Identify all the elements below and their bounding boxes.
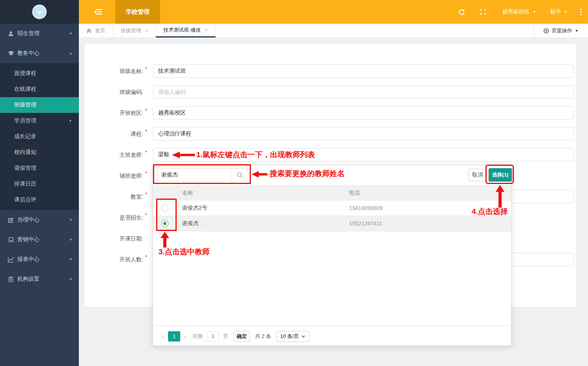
sidebar-item-label: 机构设置	[17, 276, 69, 283]
table-row-teacher-2[interactable]: 谢俊杰 15521397411	[153, 216, 511, 231]
tab-tech-test-class-edit[interactable]: 技术测试班-修改 ×	[156, 24, 216, 38]
prev-page-button[interactable]: ‹	[162, 333, 164, 340]
form-row-class-code: 班级编码:	[85, 85, 576, 99]
required-asterisk: *	[145, 212, 147, 218]
sidebar-item-academic-center[interactable]: 教务中心 ▲	[0, 43, 79, 63]
sidebar-item-organization-settings[interactable]: 机构设置 ▼	[0, 269, 79, 289]
sidebar-item-student-management[interactable]: 学员管理▼	[0, 113, 79, 129]
field-label: 班级名称:	[85, 64, 143, 78]
sidebar-item-report-center[interactable]: 报表中心 ▼	[0, 250, 79, 269]
next-page-button[interactable]: ›	[184, 333, 187, 340]
course-input[interactable]	[153, 127, 573, 141]
field-label: 开班校区:	[85, 106, 143, 120]
chevron-down-icon: ▼	[69, 257, 73, 261]
user-name: 杨平	[550, 8, 561, 15]
sidebar-item-leave-management[interactable]: 请假管理	[0, 160, 79, 176]
field-label: 主班老师:	[85, 148, 143, 161]
fullscreen-icon[interactable]	[480, 9, 486, 15]
table-row-teacher-1[interactable]: 谢俊杰2号 13414090609	[153, 201, 511, 216]
sidebar-item-schedule-calendar[interactable]: 排课日历	[0, 176, 79, 192]
chevron-down-icon: ▼	[69, 32, 73, 36]
column-header-phone: 电话	[343, 190, 511, 197]
sidebar-item-class-management[interactable]: 班级管理	[0, 97, 79, 113]
logo-icon	[32, 4, 47, 20]
user-menu[interactable]: 杨平 ▼	[550, 8, 567, 15]
page-size-value: 10 条/页	[280, 333, 299, 340]
sidebar-item-face-courses[interactable]: 面授课程	[0, 66, 79, 81]
chevron-down-icon: ▼	[564, 10, 567, 14]
goto-page-input[interactable]	[206, 331, 219, 342]
target-icon	[543, 28, 549, 34]
teacher-phone: 15521397411	[343, 220, 511, 227]
cancel-button[interactable]: 取消	[469, 169, 487, 181]
field-label: 教室:	[85, 190, 143, 203]
search-button[interactable]	[231, 169, 248, 181]
field-label: 课程:	[85, 127, 143, 141]
required-asterisk: *	[145, 191, 147, 197]
search-icon	[237, 172, 243, 178]
page-operations-label: 页面操作	[552, 27, 572, 34]
chevron-down-icon: ▼	[575, 29, 579, 33]
radio-unselected[interactable]	[161, 205, 168, 212]
form-row-campus: 开班校区: *	[85, 106, 576, 120]
teacher-name: 谢俊杰	[177, 220, 343, 227]
tab-label: 班级管理	[121, 27, 141, 34]
tab-home[interactable]: 首页	[79, 24, 113, 38]
sidebar-item-transaction-center[interactable]: 办理中心 ▼	[0, 210, 79, 230]
more-options-icon[interactable]	[579, 8, 582, 16]
sidebar-item-label: 办理中心	[17, 216, 69, 223]
main-teacher-input[interactable]	[153, 148, 573, 161]
laptop-icon	[8, 237, 17, 242]
teacher-name: 谢俊杰2号	[177, 205, 343, 212]
sidebar-item-growth-record[interactable]: 成长记录	[0, 129, 79, 145]
close-icon[interactable]: ×	[145, 28, 148, 34]
class-code-input[interactable]	[153, 85, 573, 99]
campus-input[interactable]	[153, 106, 573, 120]
required-asterisk: *	[145, 107, 147, 114]
close-icon[interactable]: ×	[205, 27, 208, 33]
confirm-page-button[interactable]: 确定	[233, 331, 250, 342]
refresh-icon[interactable]	[458, 9, 465, 15]
topbar-tab-school-management[interactable]: 学校管理	[115, 0, 160, 24]
sidebar-item-label: 课后点评	[14, 196, 36, 203]
sidebar-item-after-class-review[interactable]: 课后点评	[0, 192, 79, 208]
campus-name: 越秀南校区	[502, 8, 530, 15]
table-header-row: 名称 电话	[153, 185, 511, 201]
chart-line-icon	[8, 257, 17, 263]
sidebar-item-marketing-center[interactable]: 营销中心 ▼	[0, 230, 79, 250]
topbar-tab-label: 学校管理	[126, 8, 149, 16]
chevron-down-icon: ▼	[69, 119, 72, 123]
page-size-select[interactable]: 10 条/页	[276, 331, 309, 342]
teacher-search-box	[157, 168, 248, 182]
select-button[interactable]: 选择(1)	[489, 168, 512, 182]
sidebar-item-enrollment[interactable]: 招生管理 ▼	[0, 24, 79, 43]
main-content: 班级名称: * 班级编码: 开班校区: * 课程: * 主班老师: * 辅班老师…	[79, 38, 588, 366]
field-label: 是否招生:	[85, 211, 143, 224]
field-label: 班级编码:	[85, 85, 143, 99]
sidebar-item-campus-notice[interactable]: 校内通知	[0, 145, 79, 160]
sidebar-toggle-icon[interactable]	[94, 9, 103, 15]
required-asterisk: *	[145, 128, 147, 135]
goto-page-label: 到第	[193, 333, 203, 340]
page-number-button[interactable]: 1	[168, 331, 180, 342]
teacher-search-input[interactable]	[157, 169, 231, 181]
sidebar-item-label: 营销中心	[17, 236, 69, 243]
topbar-right: 越秀南校区 ▼ 杨平 ▼	[458, 8, 582, 16]
required-asterisk: *	[145, 149, 147, 156]
sidebar-item-online-courses[interactable]: 在线课程	[0, 81, 79, 97]
campus-selector[interactable]: 越秀南校区 ▼	[502, 8, 536, 15]
radio-selected[interactable]	[161, 220, 168, 227]
edit-icon	[8, 217, 17, 223]
sidebar-item-label: 成长记录	[14, 133, 36, 140]
app-root: { "topbar": { "school_tab": "学校管理", "cam…	[0, 0, 588, 366]
sidebar: 招生管理 ▼ 教务中心 ▲ 面授课程 在线课程 班级管理 学员管理▼ 成长记录 …	[0, 0, 79, 366]
field-label: 辅班老师:	[85, 169, 143, 182]
chevron-down-icon: ▼	[69, 238, 73, 242]
teacher-phone: 13414090609	[343, 205, 511, 211]
class-name-input[interactable]	[153, 64, 573, 78]
sidebar-item-label: 面授课程	[14, 70, 36, 77]
form-row-course: 课程: *	[85, 127, 576, 141]
tab-class-management[interactable]: 班级管理 ×	[113, 24, 156, 38]
page-operations-dropdown[interactable]: 页面操作 ▼	[534, 24, 588, 38]
user-icon	[8, 31, 17, 37]
